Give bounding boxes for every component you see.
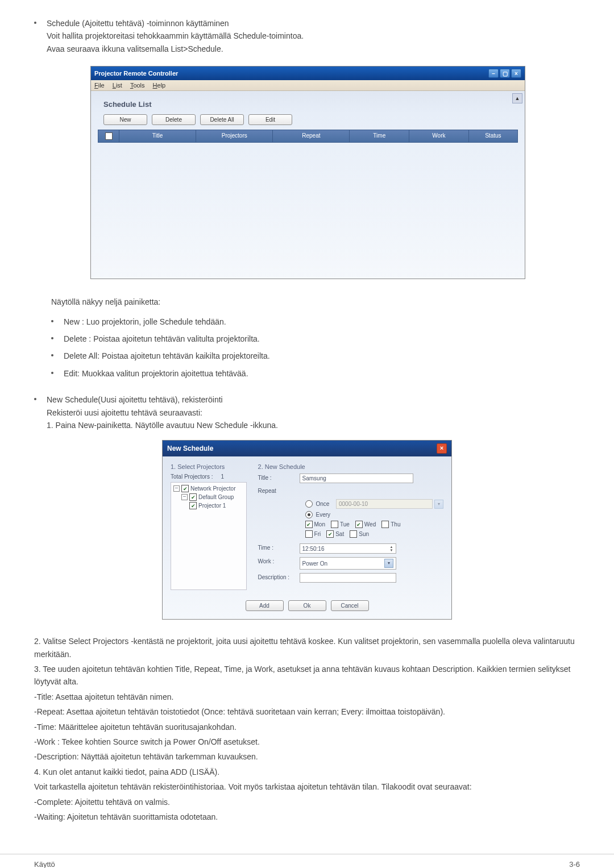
para-repeat: -Repeat: Asettaa ajoitetun tehtävän tois… bbox=[34, 705, 580, 718]
close-icon[interactable]: × bbox=[437, 443, 447, 454]
spin-down-icon[interactable]: ▼ bbox=[390, 549, 393, 552]
once-label: Once bbox=[316, 501, 330, 507]
intro-line1: Schedule (Ajoitettu tehtävä) -toiminnon … bbox=[47, 19, 229, 28]
new-schedule-dialog: New Schedule × 1. Select Projectors Tota… bbox=[163, 441, 451, 619]
ns-line2: Rekisteröi uusi ajoitettu tehtävä seuraa… bbox=[47, 408, 202, 417]
title-label: Title : bbox=[258, 475, 295, 481]
tree-checkbox[interactable]: ✔ bbox=[181, 485, 189, 492]
window-title: Projector Remote Controller bbox=[94, 70, 178, 77]
para-3: 3. Tee uuden ajoitetun tehtävän kohtien … bbox=[34, 663, 580, 688]
col-time[interactable]: Time bbox=[350, 130, 409, 142]
col-projectors[interactable]: Projectors bbox=[196, 130, 273, 142]
para-complete: -Complete: Ajoitettu tehtävä on valmis. bbox=[34, 796, 580, 808]
repeat-label: Repeat bbox=[258, 488, 295, 494]
desc-label: Description : bbox=[258, 574, 295, 580]
desc-edit: Edit: Muokkaa valitun projektorin ajoite… bbox=[64, 367, 248, 380]
new-button[interactable]: New bbox=[103, 114, 147, 125]
col-status[interactable]: Status bbox=[469, 130, 517, 142]
page-footer: Käyttö 3-6 bbox=[0, 854, 614, 868]
every-label: Every bbox=[316, 512, 331, 518]
menu-file[interactable]: File bbox=[94, 82, 105, 89]
maximize-icon[interactable]: ▢ bbox=[500, 69, 510, 78]
edit-button[interactable]: Edit bbox=[248, 114, 292, 125]
tree-projector: Projector 1 bbox=[198, 502, 226, 509]
col-repeat[interactable]: Repeat bbox=[273, 130, 350, 142]
tree-group: Default Group bbox=[198, 494, 234, 500]
bullet-icon bbox=[51, 354, 53, 356]
col-work[interactable]: Work bbox=[409, 130, 469, 142]
expander-icon[interactable]: – bbox=[173, 485, 180, 492]
projector-tree[interactable]: – ✔ Network Projector – ✔ Default Group … bbox=[171, 482, 247, 590]
tree-checkbox[interactable]: ✔ bbox=[189, 502, 197, 509]
fri-checkbox[interactable] bbox=[305, 530, 313, 538]
dialog-title: New Schedule bbox=[167, 445, 213, 452]
new-schedule-text: New Schedule(Uusi ajoitettu tehtävä), re… bbox=[47, 393, 278, 431]
right-col-header: 2. New Schedule bbox=[258, 463, 443, 470]
desc-delete: Delete : Poistaa ajoitetun tehtävän vali… bbox=[64, 333, 260, 345]
select-all-checkbox[interactable] bbox=[105, 132, 113, 140]
bullet-icon bbox=[51, 372, 53, 374]
ok-button[interactable]: Ok bbox=[288, 600, 326, 611]
ns-line1: New Schedule(Uusi ajoitettu tehtävä), re… bbox=[47, 395, 223, 404]
menu-bar: File List Tools Help bbox=[91, 80, 525, 91]
mon-checkbox[interactable]: ✔ bbox=[305, 521, 313, 528]
buttons-intro: Näytöllä näkyy neljä painiketta: bbox=[51, 296, 580, 308]
description-input[interactable] bbox=[300, 573, 396, 583]
para-waiting: -Waiting: Ajoitetun tehtävän suorittamis… bbox=[34, 811, 580, 823]
menu-help[interactable]: Help bbox=[153, 82, 166, 89]
table-header: Title Projectors Repeat Time Work Status bbox=[98, 130, 518, 143]
desc-delete-all: Delete All: Poistaa ajoitetun tehtävän k… bbox=[64, 350, 270, 362]
date-disabled-input: 0000-00-10 bbox=[336, 499, 433, 509]
tree-checkbox[interactable]: ✔ bbox=[189, 493, 197, 501]
cancel-button[interactable]: Cancel bbox=[331, 600, 369, 611]
col-title[interactable]: Title bbox=[119, 130, 196, 142]
para-2: 2. Valitse Select Projectors -kentästä n… bbox=[34, 635, 580, 661]
tree-root: Network Projector bbox=[190, 485, 235, 492]
time-input[interactable]: 12:50:16 ▲▼ bbox=[300, 543, 396, 554]
expander-icon[interactable]: – bbox=[181, 494, 188, 500]
delete-all-button[interactable]: Delete All bbox=[200, 114, 244, 125]
para-time: -Time: Määrittelee ajoitetun tehtävän su… bbox=[34, 721, 580, 733]
tue-checkbox[interactable] bbox=[331, 521, 338, 528]
intro-line3: Avaa seuraava ikkuna valitsemalla List>S… bbox=[47, 44, 223, 53]
sun-checkbox[interactable] bbox=[350, 530, 357, 538]
thu-checkbox[interactable] bbox=[381, 521, 389, 528]
work-dropdown[interactable]: Power On ▾ bbox=[300, 557, 396, 570]
para-5: Voit tarkastella ajoitetun tehtävän reki… bbox=[34, 780, 580, 793]
delete-button[interactable]: Delete bbox=[152, 114, 196, 125]
total-projectors: Total Projectors : 1 bbox=[171, 474, 247, 480]
minimize-icon[interactable]: – bbox=[488, 69, 499, 78]
chevron-down-icon: ▾ bbox=[434, 500, 443, 509]
bullet-icon bbox=[51, 337, 53, 339]
bullet-icon bbox=[34, 398, 36, 400]
bullet-icon bbox=[34, 22, 36, 24]
bullet-icon bbox=[51, 320, 53, 322]
sat-checkbox[interactable]: ✔ bbox=[326, 530, 334, 538]
work-label: Work : bbox=[258, 558, 295, 564]
title-input[interactable]: Samsung bbox=[300, 474, 413, 483]
para-4: 4. Kun olet antanut kaikki tiedot, paina… bbox=[34, 766, 580, 778]
menu-list[interactable]: List bbox=[113, 82, 122, 89]
para-title: -Title: Asettaa ajoitetun tehtävän nimen… bbox=[34, 691, 580, 703]
once-radio[interactable] bbox=[305, 500, 313, 508]
chevron-down-icon[interactable]: ▾ bbox=[384, 559, 393, 568]
add-button[interactable]: Add bbox=[246, 600, 284, 611]
menu-tools[interactable]: Tools bbox=[130, 82, 145, 89]
footer-left: Käyttö bbox=[34, 860, 55, 868]
footer-right: 3-6 bbox=[569, 860, 580, 868]
left-col-header: 1. Select Projectors bbox=[171, 463, 247, 470]
ns-line3: 1. Paina New-painiketta. Näytölle avautu… bbox=[47, 421, 278, 430]
desc-new: New : Luo projektorin, jolle Schedule te… bbox=[64, 315, 226, 328]
intro-text: Schedule (Ajoitettu tehtävä) -toiminnon … bbox=[47, 17, 304, 55]
section-label: Schedule List bbox=[103, 100, 518, 109]
schedule-list-window: Projector Remote Controller – ▢ × File L… bbox=[91, 67, 525, 279]
wed-checkbox[interactable]: ✔ bbox=[355, 521, 363, 528]
scroll-up-icon[interactable]: ▲ bbox=[512, 93, 522, 103]
intro-line2: Voit hallita projektoreitasi tehokkaammi… bbox=[47, 31, 304, 40]
para-description: -Description: Näyttää ajoitetun tehtävän… bbox=[34, 750, 580, 763]
close-icon[interactable]: × bbox=[511, 69, 521, 78]
para-work: -Work : Tekee kohtien Source switch ja P… bbox=[34, 736, 580, 748]
title-bar: Projector Remote Controller – ▢ × bbox=[91, 67, 525, 80]
every-radio[interactable] bbox=[305, 511, 313, 518]
time-label: Time : bbox=[258, 545, 295, 551]
